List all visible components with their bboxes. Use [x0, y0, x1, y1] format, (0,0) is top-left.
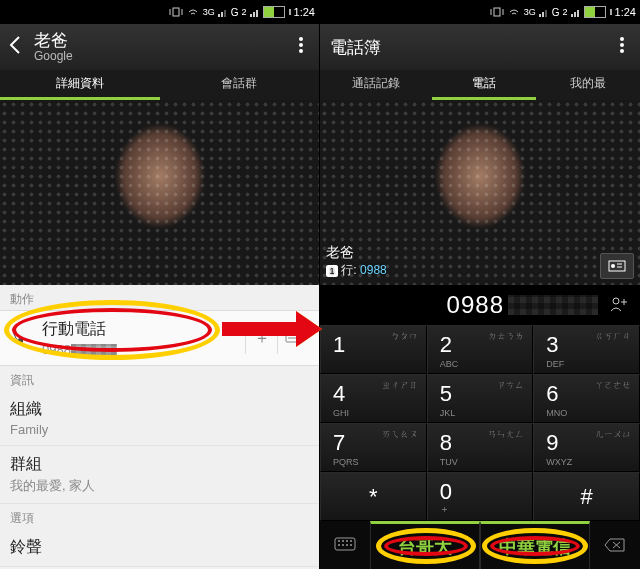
tab-chat[interactable]: 會話群 [160, 70, 320, 100]
svg-rect-34 [335, 538, 355, 550]
hide-keypad-button[interactable] [320, 521, 370, 569]
key-6[interactable]: 6ㄚㄛㄜㄝMNO [533, 374, 640, 423]
key-9[interactable]: 9ㄦㄧㄨㄩWXYZ [533, 423, 640, 472]
contact-body: 動作 行動電話 0988 ＋ 資訊 組織 Family 群組 我的最愛, 家人 … [0, 285, 319, 569]
key-8[interactable]: 8ㄢㄣㄤㄥTUV [427, 423, 534, 472]
network-3g-label: 3G [203, 7, 215, 17]
matched-contact-overlay: 老爸 1 行: 0988 [326, 244, 387, 279]
sim-indicator: 1 [326, 265, 338, 277]
section-options-header: 選項 [0, 504, 319, 529]
ringtone-label: 鈴聲 [10, 537, 309, 558]
svg-rect-20 [545, 10, 547, 17]
redacted-number-part [71, 344, 117, 356]
vibrate-icon [490, 6, 504, 18]
dialer-screen: 3G G 2 1:24 電話簿 通話記錄 電話 我的最 老爸 1 行: 0988 [320, 0, 640, 569]
call-sim1-button[interactable]: 台哥大 [370, 521, 480, 569]
mobile-phone-row[interactable]: 行動電話 0988 ＋ [0, 310, 319, 366]
key-star[interactable]: * [320, 472, 427, 521]
clock-label: 1:24 [294, 6, 315, 18]
tab-phone[interactable]: 電話 [432, 70, 536, 100]
contact-name-title: 老爸 [34, 31, 291, 50]
matched-contact-photo[interactable]: 老爸 1 行: 0988 [320, 100, 640, 285]
svg-rect-7 [253, 12, 255, 17]
vibrate-icon [169, 6, 183, 18]
contact-photo[interactable] [0, 100, 319, 285]
organization-value: Family [10, 422, 309, 437]
svg-rect-12 [286, 332, 302, 342]
svg-rect-6 [250, 14, 252, 17]
svg-point-28 [611, 264, 615, 268]
sms-button[interactable] [277, 322, 309, 354]
key-7[interactable]: 7ㄞㄟㄠㄡPQRS [320, 423, 427, 472]
mobile-phone-number: 0988 [42, 342, 235, 357]
svg-rect-19 [542, 12, 544, 17]
svg-point-35 [338, 540, 340, 542]
tabs-bar: 通話記錄 電話 我的最 [320, 70, 640, 100]
mobile-phone-label: 行動電話 [42, 319, 235, 340]
key-4[interactable]: 4ㄓㄔㄕㄖGHI [320, 374, 427, 423]
svg-point-31 [613, 298, 619, 304]
svg-rect-22 [574, 12, 576, 17]
key-0[interactable]: 0＋ [427, 472, 534, 521]
header-bar: 電話簿 [320, 24, 640, 70]
key-3[interactable]: 3ㄍㄎㄏㄐDEF [533, 325, 640, 374]
svg-rect-21 [571, 14, 573, 17]
network-g-label: G [231, 7, 239, 18]
signal-2-icon [250, 7, 260, 17]
svg-point-9 [299, 37, 303, 41]
status-bar: 3G G 2 1:24 [0, 0, 319, 24]
sim2-label: 2 [242, 7, 247, 17]
line-label: 行: [341, 263, 356, 277]
ringtone-row[interactable]: 鈴聲 [0, 529, 319, 567]
overflow-menu-button[interactable] [612, 36, 632, 58]
clock-label: 1:24 [615, 6, 636, 18]
key-hash[interactable]: # [533, 472, 640, 521]
redacted-number-part [508, 295, 598, 315]
contact-card-button[interactable] [600, 253, 634, 279]
svg-rect-8 [256, 10, 258, 17]
svg-rect-15 [494, 8, 500, 16]
key-1[interactable]: 1ㄅㄆㄇ [320, 325, 427, 374]
svg-rect-4 [221, 12, 223, 17]
svg-point-37 [346, 540, 348, 542]
tab-favorites[interactable]: 我的最 [536, 70, 640, 100]
edit-number-button[interactable]: ＋ [245, 322, 277, 354]
svg-point-40 [342, 544, 344, 546]
header-bar: 老爸 Google [0, 24, 319, 70]
matched-number-prefix: 0988 [360, 263, 387, 277]
section-info-header: 資訊 [0, 366, 319, 391]
overflow-menu-button[interactable] [291, 36, 311, 58]
svg-rect-0 [173, 8, 179, 16]
dialer-keypad: 1ㄅㄆㄇ 2ㄉㄊㄋㄌABC 3ㄍㄎㄏㄐDEF 4ㄓㄔㄕㄖGHI 5ㄗㄘㄙJKL … [320, 325, 640, 521]
group-value: 我的最愛, 家人 [10, 477, 309, 495]
wifi-icon [186, 6, 200, 18]
dialed-number[interactable]: 0988 [326, 291, 604, 319]
svg-point-24 [620, 37, 624, 41]
back-button[interactable] [8, 35, 28, 59]
svg-point-25 [620, 43, 624, 47]
network-3g-label: 3G [524, 7, 536, 17]
key-5[interactable]: 5ㄗㄘㄙJKL [427, 374, 534, 423]
group-label: 群組 [10, 454, 309, 475]
svg-point-10 [299, 43, 303, 47]
organization-row[interactable]: 組織 Family [0, 391, 319, 446]
svg-rect-5 [224, 10, 226, 17]
backspace-button[interactable] [590, 521, 640, 569]
signal-1-icon [539, 7, 549, 17]
tab-call-history[interactable]: 通話記錄 [320, 70, 432, 100]
signal-1-icon [218, 7, 228, 17]
status-bar: 3G G 2 1:24 [320, 0, 640, 24]
group-row[interactable]: 群組 我的最愛, 家人 [0, 446, 319, 504]
svg-point-11 [299, 49, 303, 53]
svg-point-26 [620, 49, 624, 53]
contact-detail-screen: 3G G 2 1:24 老爸 Google 詳細資料 會話群 動作 行動電話 0… [0, 0, 320, 569]
call-sim2-button[interactable]: 中華電信 [480, 521, 590, 569]
wifi-icon [507, 6, 521, 18]
section-actions-header: 動作 [0, 285, 319, 310]
svg-point-36 [342, 540, 344, 542]
number-readout: 0988 [320, 285, 640, 325]
svg-point-39 [338, 544, 340, 546]
key-2[interactable]: 2ㄉㄊㄋㄌABC [427, 325, 534, 374]
add-contact-button[interactable] [604, 294, 634, 317]
tab-details[interactable]: 詳細資料 [0, 70, 160, 100]
